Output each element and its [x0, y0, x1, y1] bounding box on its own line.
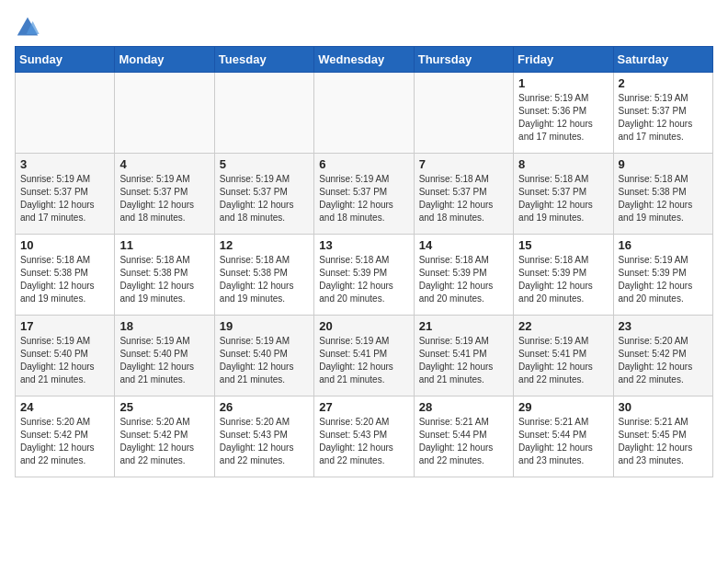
- day-info: Sunrise: 5:19 AM Sunset: 5:37 PM Dayligh…: [119, 173, 209, 224]
- day-info: Sunrise: 5:20 AM Sunset: 5:43 PM Dayligh…: [220, 416, 309, 467]
- calendar-body: 1Sunrise: 5:19 AM Sunset: 5:36 PM Daylig…: [16, 73, 713, 477]
- day-number: 25: [119, 400, 209, 414]
- calendar: SundayMondayTuesdayWednesdayThursdayFrid…: [15, 46, 713, 477]
- day-info: Sunrise: 5:19 AM Sunset: 5:40 PM Dayligh…: [119, 335, 209, 386]
- day-info: Sunrise: 5:19 AM Sunset: 5:40 PM Dayligh…: [220, 335, 309, 386]
- day-info: Sunrise: 5:19 AM Sunset: 5:36 PM Dayligh…: [518, 92, 608, 144]
- calendar-cell: [16, 73, 115, 154]
- day-info: Sunrise: 5:18 AM Sunset: 5:38 PM Dayligh…: [20, 254, 109, 305]
- weekday-header-friday: Friday: [514, 47, 613, 73]
- day-number: 19: [220, 319, 309, 333]
- day-info: Sunrise: 5:19 AM Sunset: 5:41 PM Dayligh…: [518, 335, 608, 386]
- day-number: 16: [619, 238, 708, 252]
- weekday-header-monday: Monday: [115, 47, 214, 73]
- day-number: 29: [518, 400, 608, 414]
- calendar-cell: 14Sunrise: 5:18 AM Sunset: 5:39 PM Dayli…: [414, 235, 513, 316]
- calendar-cell: 2Sunrise: 5:19 AM Sunset: 5:37 PM Daylig…: [613, 73, 712, 154]
- day-number: 21: [419, 319, 508, 333]
- day-number: 24: [20, 400, 109, 414]
- calendar-cell: 18Sunrise: 5:19 AM Sunset: 5:40 PM Dayli…: [115, 316, 214, 396]
- day-info: Sunrise: 5:20 AM Sunset: 5:42 PM Dayligh…: [619, 335, 708, 386]
- day-info: Sunrise: 5:19 AM Sunset: 5:41 PM Dayligh…: [419, 335, 508, 386]
- logo: [15, 15, 44, 40]
- day-number: 9: [619, 157, 708, 171]
- calendar-cell: 24Sunrise: 5:20 AM Sunset: 5:42 PM Dayli…: [16, 396, 115, 477]
- calendar-cell: 22Sunrise: 5:19 AM Sunset: 5:41 PM Dayli…: [514, 316, 613, 396]
- day-number: 23: [619, 319, 708, 333]
- day-number: 4: [119, 157, 209, 171]
- day-info: Sunrise: 5:18 AM Sunset: 5:38 PM Dayligh…: [220, 254, 309, 305]
- calendar-cell: [414, 73, 513, 154]
- calendar-week-1: 1Sunrise: 5:19 AM Sunset: 5:36 PM Daylig…: [16, 73, 713, 154]
- weekday-header-row: SundayMondayTuesdayWednesdayThursdayFrid…: [16, 47, 713, 73]
- calendar-cell: 23Sunrise: 5:20 AM Sunset: 5:42 PM Dayli…: [613, 316, 712, 396]
- calendar-cell: 5Sunrise: 5:19 AM Sunset: 5:37 PM Daylig…: [214, 154, 313, 235]
- day-number: 17: [20, 319, 109, 333]
- calendar-cell: 13Sunrise: 5:18 AM Sunset: 5:39 PM Dayli…: [314, 235, 414, 316]
- day-number: 5: [220, 157, 309, 171]
- calendar-cell: 12Sunrise: 5:18 AM Sunset: 5:38 PM Dayli…: [214, 235, 313, 316]
- calendar-cell: 7Sunrise: 5:18 AM Sunset: 5:37 PM Daylig…: [414, 154, 513, 235]
- day-info: Sunrise: 5:19 AM Sunset: 5:37 PM Dayligh…: [619, 92, 708, 144]
- calendar-cell: [314, 73, 414, 154]
- day-number: 12: [220, 238, 309, 252]
- day-info: Sunrise: 5:20 AM Sunset: 5:42 PM Dayligh…: [119, 416, 209, 467]
- day-info: Sunrise: 5:18 AM Sunset: 5:39 PM Dayligh…: [518, 254, 608, 305]
- day-number: 6: [319, 157, 408, 171]
- day-number: 28: [419, 400, 508, 414]
- day-info: Sunrise: 5:19 AM Sunset: 5:37 PM Dayligh…: [20, 173, 109, 224]
- calendar-header: SundayMondayTuesdayWednesdayThursdayFrid…: [16, 47, 713, 73]
- day-number: 10: [20, 238, 109, 252]
- day-number: 11: [119, 238, 209, 252]
- weekday-header-sunday: Sunday: [16, 47, 115, 73]
- calendar-table: SundayMondayTuesdayWednesdayThursdayFrid…: [15, 46, 713, 477]
- calendar-cell: [214, 73, 313, 154]
- day-info: Sunrise: 5:18 AM Sunset: 5:39 PM Dayligh…: [319, 254, 408, 305]
- calendar-cell: 25Sunrise: 5:20 AM Sunset: 5:42 PM Dayli…: [115, 396, 214, 477]
- calendar-cell: 10Sunrise: 5:18 AM Sunset: 5:38 PM Dayli…: [16, 235, 115, 316]
- calendar-week-4: 17Sunrise: 5:19 AM Sunset: 5:40 PM Dayli…: [16, 316, 713, 396]
- calendar-cell: 29Sunrise: 5:21 AM Sunset: 5:44 PM Dayli…: [514, 396, 613, 477]
- day-number: 30: [619, 400, 708, 414]
- day-number: 18: [119, 319, 209, 333]
- calendar-cell: 3Sunrise: 5:19 AM Sunset: 5:37 PM Daylig…: [16, 154, 115, 235]
- calendar-cell: 11Sunrise: 5:18 AM Sunset: 5:38 PM Dayli…: [115, 235, 214, 316]
- day-info: Sunrise: 5:19 AM Sunset: 5:41 PM Dayligh…: [319, 335, 408, 386]
- day-number: 8: [518, 157, 608, 171]
- calendar-cell: 19Sunrise: 5:19 AM Sunset: 5:40 PM Dayli…: [214, 316, 313, 396]
- calendar-cell: 8Sunrise: 5:18 AM Sunset: 5:37 PM Daylig…: [514, 154, 613, 235]
- day-info: Sunrise: 5:19 AM Sunset: 5:40 PM Dayligh…: [20, 335, 109, 386]
- calendar-cell: 4Sunrise: 5:19 AM Sunset: 5:37 PM Daylig…: [115, 154, 214, 235]
- weekday-header-saturday: Saturday: [613, 47, 712, 73]
- weekday-header-tuesday: Tuesday: [214, 47, 313, 73]
- calendar-cell: 6Sunrise: 5:19 AM Sunset: 5:37 PM Daylig…: [314, 154, 414, 235]
- day-number: 14: [419, 238, 508, 252]
- calendar-cell: 1Sunrise: 5:19 AM Sunset: 5:36 PM Daylig…: [514, 73, 613, 154]
- calendar-cell: 9Sunrise: 5:18 AM Sunset: 5:38 PM Daylig…: [613, 154, 712, 235]
- day-number: 26: [220, 400, 309, 414]
- day-info: Sunrise: 5:18 AM Sunset: 5:38 PM Dayligh…: [619, 173, 708, 224]
- day-info: Sunrise: 5:18 AM Sunset: 5:39 PM Dayligh…: [419, 254, 508, 305]
- day-number: 3: [20, 157, 109, 171]
- calendar-week-3: 10Sunrise: 5:18 AM Sunset: 5:38 PM Dayli…: [16, 235, 713, 316]
- calendar-cell: 15Sunrise: 5:18 AM Sunset: 5:39 PM Dayli…: [514, 235, 613, 316]
- day-info: Sunrise: 5:19 AM Sunset: 5:37 PM Dayligh…: [220, 173, 309, 224]
- day-info: Sunrise: 5:20 AM Sunset: 5:42 PM Dayligh…: [20, 416, 109, 467]
- calendar-cell: 30Sunrise: 5:21 AM Sunset: 5:45 PM Dayli…: [613, 396, 712, 477]
- day-info: Sunrise: 5:18 AM Sunset: 5:38 PM Dayligh…: [119, 254, 209, 305]
- day-info: Sunrise: 5:19 AM Sunset: 5:37 PM Dayligh…: [319, 173, 408, 224]
- calendar-cell: 21Sunrise: 5:19 AM Sunset: 5:41 PM Dayli…: [414, 316, 513, 396]
- day-info: Sunrise: 5:18 AM Sunset: 5:37 PM Dayligh…: [419, 173, 508, 224]
- day-number: 7: [419, 157, 508, 171]
- calendar-cell: 16Sunrise: 5:19 AM Sunset: 5:39 PM Dayli…: [613, 235, 712, 316]
- day-number: 1: [518, 76, 608, 90]
- day-info: Sunrise: 5:21 AM Sunset: 5:45 PM Dayligh…: [619, 416, 708, 467]
- day-number: 22: [518, 319, 608, 333]
- day-info: Sunrise: 5:21 AM Sunset: 5:44 PM Dayligh…: [518, 416, 608, 467]
- day-info: Sunrise: 5:21 AM Sunset: 5:44 PM Dayligh…: [419, 416, 508, 467]
- day-number: 2: [619, 76, 708, 90]
- calendar-cell: 17Sunrise: 5:19 AM Sunset: 5:40 PM Dayli…: [16, 316, 115, 396]
- day-info: Sunrise: 5:18 AM Sunset: 5:37 PM Dayligh…: [518, 173, 608, 224]
- calendar-week-2: 3Sunrise: 5:19 AM Sunset: 5:37 PM Daylig…: [16, 154, 713, 235]
- logo-icon: [15, 15, 40, 40]
